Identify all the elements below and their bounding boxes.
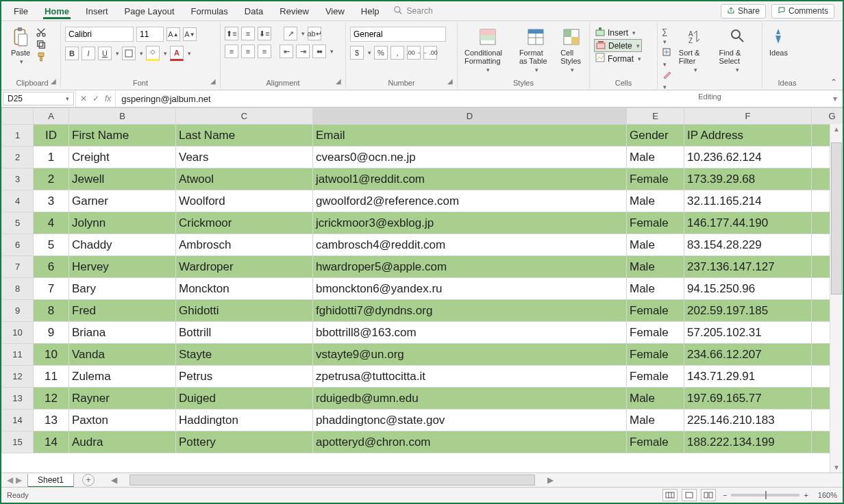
cell[interactable]: bbottrill8@163.com <box>313 322 627 344</box>
cell[interactable]: Email <box>313 125 627 147</box>
column-header-A[interactable]: A <box>34 108 69 125</box>
cell[interactable]: Female <box>627 366 684 388</box>
cell[interactable]: 9 <box>34 322 69 344</box>
cell[interactable]: Atwool <box>176 168 313 190</box>
share-button[interactable]: Share <box>721 4 766 18</box>
expand-formula-bar-icon[interactable]: ▾ <box>828 94 843 103</box>
cell[interactable]: Male <box>627 234 684 256</box>
cell[interactable]: 14 <box>34 431 69 453</box>
cell[interactable]: rduigedb@umn.edu <box>313 388 627 410</box>
column-header-C[interactable]: C <box>176 108 313 125</box>
scroll-left-icon[interactable]: ◀ <box>108 475 120 485</box>
cell[interactable]: Vanda <box>69 344 176 366</box>
align-top-icon[interactable]: ⬆≡ <box>225 27 238 40</box>
cell[interactable]: Male <box>627 190 684 212</box>
align-right-icon[interactable]: ≡ <box>258 45 271 58</box>
cell[interactable]: Male <box>627 410 684 431</box>
cell[interactable]: Jolynn <box>69 212 176 234</box>
cell[interactable]: vstayte9@un.org <box>313 344 627 366</box>
dialog-launcher-icon[interactable]: ◢ <box>336 77 341 85</box>
cell[interactable]: Gender <box>627 125 684 147</box>
row-header[interactable]: 4 <box>2 190 34 212</box>
menu-tab-formulas[interactable]: Formulas <box>183 3 236 18</box>
cell[interactable]: 13 <box>34 410 69 431</box>
cell[interactable]: Fred <box>69 300 176 322</box>
cell[interactable]: Crickmoor <box>176 212 313 234</box>
column-header-E[interactable]: E <box>627 108 684 125</box>
cell[interactable]: 1 <box>34 147 69 168</box>
cell[interactable]: Bary <box>69 278 176 300</box>
cell[interactable]: 10.236.62.124 <box>684 147 812 168</box>
collapse-ribbon-icon[interactable]: ⌃ <box>830 77 837 87</box>
cell[interactable]: Monckton <box>176 278 313 300</box>
paste-button[interactable]: Paste ▾ <box>8 27 33 65</box>
cell[interactable]: phaddingtonc@state.gov <box>313 410 627 431</box>
row-header[interactable]: 13 <box>2 388 34 410</box>
cell[interactable]: 57.205.102.31 <box>684 322 812 344</box>
scroll-down-icon[interactable]: ▼ <box>833 464 840 471</box>
cell[interactable]: 197.69.165.77 <box>684 388 812 410</box>
cell[interactable]: ID <box>34 125 69 147</box>
scroll-thumb[interactable] <box>831 142 842 294</box>
format-cells-button[interactable]: Format▾ <box>594 53 643 64</box>
menu-tab-page-layout[interactable]: Page Layout <box>116 3 183 18</box>
menu-tab-insert[interactable]: Insert <box>77 3 116 18</box>
cell[interactable]: Woolford <box>176 190 313 212</box>
cell[interactable]: Female <box>627 431 684 453</box>
horizontal-scrollbar[interactable]: ◀ ▶ <box>108 475 843 486</box>
find-select-button[interactable]: Find & Select▾ <box>716 27 758 73</box>
normal-view-icon[interactable] <box>662 489 678 501</box>
increase-decimal-icon[interactable]: .00→ <box>407 46 421 60</box>
copy-icon[interactable] <box>36 39 47 50</box>
row-header[interactable]: 15 <box>2 431 34 453</box>
cell[interactable]: Paxton <box>69 410 176 431</box>
cell[interactable]: IP Address <box>684 125 812 147</box>
cell[interactable]: 188.222.134.199 <box>684 431 812 453</box>
percent-format-icon[interactable]: % <box>374 46 388 60</box>
row-header[interactable]: 8 <box>2 278 34 300</box>
comma-format-icon[interactable]: , <box>390 46 404 60</box>
cell[interactable]: Bottrill <box>176 322 313 344</box>
bold-button[interactable]: B <box>65 47 79 60</box>
scroll-right-icon[interactable]: ▶ <box>545 475 556 485</box>
cell[interactable]: Briana <box>69 322 176 344</box>
cell[interactable]: Female <box>627 168 684 190</box>
cell[interactable]: Chaddy <box>69 234 176 256</box>
zoom-out-button[interactable]: − <box>723 491 727 499</box>
fill-color-icon[interactable] <box>146 46 160 61</box>
spreadsheet-grid[interactable]: ABCDEFG 1IDFirst NameLast NameEmailGende… <box>1 108 843 473</box>
cell[interactable]: 3 <box>34 190 69 212</box>
cell[interactable]: Ambrosch <box>176 234 313 256</box>
cell[interactable]: gwoolford2@reference.com <box>313 190 627 212</box>
sort-filter-button[interactable]: AZ Sort & Filter▾ <box>676 27 714 73</box>
cancel-icon[interactable]: ✕ <box>80 94 87 103</box>
cell[interactable]: Male <box>627 388 684 410</box>
cell[interactable]: 83.154.28.229 <box>684 234 812 256</box>
cell[interactable]: 237.136.147.127 <box>684 256 812 278</box>
cell[interactable]: 32.11.165.214 <box>684 190 812 212</box>
cell[interactable]: 11 <box>34 366 69 388</box>
cell[interactable]: 2 <box>34 168 69 190</box>
cell[interactable]: jatwool1@reddit.com <box>313 168 627 190</box>
cell[interactable]: 202.59.197.185 <box>684 300 812 322</box>
row-header[interactable]: 2 <box>2 147 34 168</box>
add-sheet-button[interactable]: + <box>82 474 95 486</box>
page-break-view-icon[interactable] <box>701 489 716 501</box>
name-box[interactable]: D25 ▾ <box>3 92 74 105</box>
cell[interactable]: Jewell <box>69 168 176 190</box>
dialog-launcher-icon[interactable]: ◢ <box>210 77 216 85</box>
cell[interactable]: Rayner <box>69 388 176 410</box>
column-header-G[interactable]: G <box>812 108 843 125</box>
row-header[interactable]: 7 <box>2 256 34 278</box>
autosum-icon[interactable]: ∑ ▾ <box>662 27 673 46</box>
format-painter-icon[interactable] <box>36 51 47 62</box>
font-name-select[interactable] <box>65 27 134 42</box>
cell[interactable]: apotteryd@chron.com <box>313 431 627 453</box>
cell[interactable]: 10 <box>34 344 69 366</box>
cell[interactable]: 7 <box>34 278 69 300</box>
cell[interactable]: Pottery <box>176 431 313 453</box>
cell[interactable]: Duiged <box>176 388 313 410</box>
cell[interactable]: 225.146.210.183 <box>684 410 812 431</box>
scroll-thumb[interactable] <box>129 475 535 486</box>
align-middle-icon[interactable]: ≡ <box>241 27 255 40</box>
